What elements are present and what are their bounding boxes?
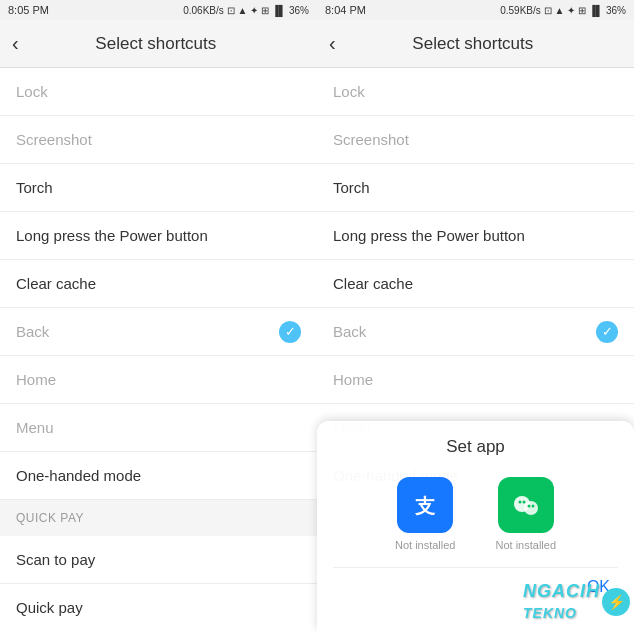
right-status-bar: 8:04 PM 0.59KB/s ⊡ ▲ ✦ ⊞ ▐▌ 36% [317,0,634,20]
right-time: 8:04 PM [325,4,366,16]
svg-point-8 [531,505,534,508]
dialog-apps: 支 Not installed Not [395,477,556,551]
left-item-one-handed[interactable]: One-handed mode [0,452,317,500]
right-icons: ⊡ ▲ ✦ ⊞ ▐▌ [544,5,603,16]
wechat-app-item[interactable]: Not installed [496,477,557,551]
left-item-home[interactable]: Home [0,356,317,404]
right-item-lock[interactable]: Lock [317,68,634,116]
right-header: ‹ Select shortcuts [317,20,634,68]
right-title: Select shortcuts [348,34,598,54]
alipay-icon: 支 [397,477,453,533]
svg-point-6 [522,501,525,504]
dialog-title: Set app [446,437,505,457]
left-panel: 8:05 PM 0.06KB/s ⊡ ▲ ✦ ⊞ ▐▌ 36% ‹ Select… [0,0,317,631]
left-header: ‹ Select shortcuts [0,20,317,68]
right-item-back[interactable]: Back ✓ [317,308,634,356]
svg-point-5 [518,501,521,504]
svg-text:支: 支 [414,495,436,517]
svg-point-4 [524,501,538,515]
alipay-app-item[interactable]: 支 Not installed [395,477,456,551]
wechat-icon [498,477,554,533]
left-item-clear-cache[interactable]: Clear cache [0,260,317,308]
left-item-lock[interactable]: Lock [0,68,317,116]
watermark-circle: ⚡ [602,588,630,616]
left-time: 8:05 PM [8,4,49,16]
watermark-text: NGACIHTEKNO [523,581,600,623]
right-back-check-icon: ✓ [596,321,618,343]
right-item-screenshot[interactable]: Screenshot [317,116,634,164]
right-item-torch[interactable]: Torch [317,164,634,212]
left-item-scan-to-pay[interactable]: Scan to pay [0,536,317,584]
left-icons: ⊡ ▲ ✦ ⊞ ▐▌ [227,5,286,16]
left-network: 0.06KB/s [183,5,224,16]
left-menu-list: Lock Screenshot Torch Long press the Pow… [0,68,317,631]
left-item-back[interactable]: Back ✓ [0,308,317,356]
left-status-bar: 8:05 PM 0.06KB/s ⊡ ▲ ✦ ⊞ ▐▌ 36% [0,0,317,20]
left-item-long-press-power[interactable]: Long press the Power button [0,212,317,260]
right-item-long-press-power[interactable]: Long press the Power button [317,212,634,260]
left-item-torch[interactable]: Torch [0,164,317,212]
alipay-label: Not installed [395,539,456,551]
right-item-home[interactable]: Home [317,356,634,404]
left-section-quick-pay: QUICK PAY [0,500,317,536]
left-item-quick-pay[interactable]: Quick pay [0,584,317,631]
back-check-icon: ✓ [279,321,301,343]
right-panel: 8:04 PM 0.59KB/s ⊡ ▲ ✦ ⊞ ▐▌ 36% ‹ Select… [317,0,634,631]
right-back-button[interactable]: ‹ [329,32,336,55]
left-back-button[interactable]: ‹ [12,32,19,55]
wechat-label: Not installed [496,539,557,551]
left-battery: 36% [289,5,309,16]
right-network: 0.59KB/s [500,5,541,16]
right-battery: 36% [606,5,626,16]
left-title: Select shortcuts [31,34,281,54]
watermark: NGACIHTEKNO ⚡ [523,581,630,623]
right-item-clear-cache[interactable]: Clear cache [317,260,634,308]
svg-point-7 [527,505,530,508]
left-item-screenshot[interactable]: Screenshot [0,116,317,164]
left-item-menu[interactable]: Menu [0,404,317,452]
